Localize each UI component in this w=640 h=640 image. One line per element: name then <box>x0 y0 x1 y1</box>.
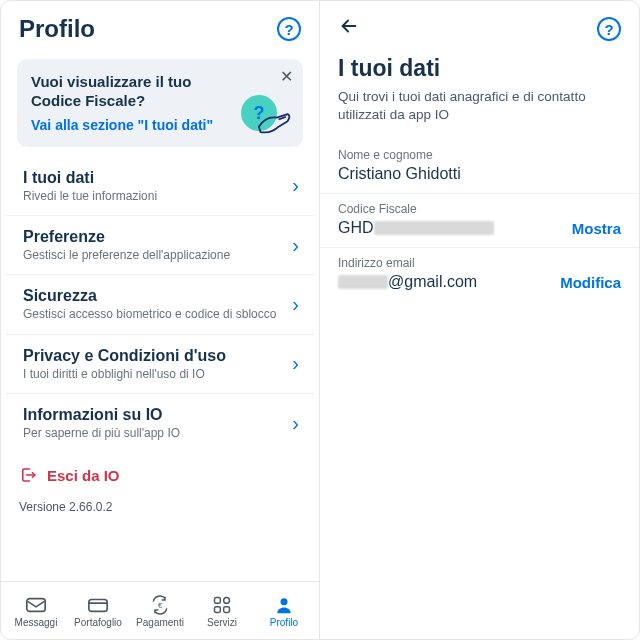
mail-icon <box>25 595 47 615</box>
payments-icon: € <box>149 595 171 615</box>
tab-bar: Messaggi Portafoglio € Pagamenti Servizi <box>1 581 319 639</box>
tab-label: Pagamenti <box>136 617 184 628</box>
svg-point-7 <box>281 598 288 605</box>
chevron-right-icon: › <box>292 234 299 257</box>
chevron-right-icon: › <box>292 412 299 435</box>
svg-rect-3 <box>215 598 221 604</box>
profile-screen: Profilo ? ✕ Vuoi visualizzare il tuo Cod… <box>1 1 320 639</box>
right-header: ? <box>320 1 639 49</box>
services-icon <box>211 595 233 615</box>
row-sub: Per saperne di più sull'app IO <box>23 426 284 440</box>
row-title: Sicurezza <box>23 287 284 305</box>
field-email: Indirizzo email @gmail.com Modifica <box>320 248 639 301</box>
wallet-icon <box>87 595 109 615</box>
page-title: Profilo <box>19 15 95 43</box>
row-title: Informazioni su IO <box>23 406 284 424</box>
row-sub: Gestisci accesso biometrico e codice di … <box>23 307 284 321</box>
tab-services[interactable]: Servizi <box>191 588 253 635</box>
left-header: Profilo ? <box>1 1 319 53</box>
svg-rect-4 <box>224 607 230 613</box>
row-your-data[interactable]: I tuoi dati Rivedi le tue informazioni › <box>5 157 315 216</box>
redacted <box>374 221 494 235</box>
svg-text:€: € <box>158 601 163 610</box>
help-icon[interactable]: ? <box>597 17 621 41</box>
row-about[interactable]: Informazioni su IO Per saperne di più su… <box>5 394 315 452</box>
field-name: Nome e cognome Cristiano Ghidotti <box>320 140 639 194</box>
tab-label: Portafoglio <box>74 617 122 628</box>
field-value: GHD <box>338 219 562 237</box>
chevron-right-icon: › <box>292 174 299 197</box>
tab-label: Profilo <box>270 617 298 628</box>
banner-illustration: ? <box>239 89 295 145</box>
profile-icon <box>273 595 295 615</box>
your-data-screen: ? I tuoi dati Qui trovi i tuoi dati anag… <box>320 1 639 639</box>
row-title: Preferenze <box>23 228 284 246</box>
cf-banner[interactable]: ✕ Vuoi visualizzare il tuo Codice Fiscal… <box>17 59 303 147</box>
page-title: I tuoi dati <box>320 49 639 86</box>
version-text: Versione 2.66.0.2 <box>1 492 319 520</box>
field-label: Codice Fiscale <box>338 202 562 216</box>
close-icon[interactable]: ✕ <box>280 67 293 86</box>
row-sub: Gestisci le preferenze dell'applicazione <box>23 248 284 262</box>
row-preferences[interactable]: Preferenze Gestisci le preferenze dell'a… <box>5 216 315 275</box>
row-sub: I tuoi diritti e obblighi nell'uso di IO <box>23 367 284 381</box>
logout-label: Esci da IO <box>47 467 120 484</box>
tab-messages[interactable]: Messaggi <box>5 588 67 635</box>
row-title: Privacy e Condizioni d'uso <box>23 347 284 365</box>
row-security[interactable]: Sicurezza Gestisci accesso biometrico e … <box>5 275 315 334</box>
back-icon[interactable] <box>338 15 360 43</box>
profile-list: I tuoi dati Rivedi le tue informazioni ›… <box>1 157 319 453</box>
tab-wallet[interactable]: Portafoglio <box>67 588 129 635</box>
tab-profile[interactable]: Profilo <box>253 588 315 635</box>
chevron-right-icon: › <box>292 352 299 375</box>
redacted <box>338 275 388 289</box>
tab-payments[interactable]: € Pagamenti <box>129 588 191 635</box>
show-button[interactable]: Mostra <box>572 220 621 237</box>
field-value: @gmail.com <box>338 273 550 291</box>
svg-point-6 <box>224 598 230 604</box>
field-label: Indirizzo email <box>338 256 550 270</box>
edit-button[interactable]: Modifica <box>560 274 621 291</box>
field-label: Nome e cognome <box>338 148 621 162</box>
svg-rect-1 <box>89 600 107 612</box>
row-sub: Rivedi le tue informazioni <box>23 189 284 203</box>
row-title: I tuoi dati <box>23 169 284 187</box>
field-value: Cristiano Ghidotti <box>338 165 621 183</box>
help-icon[interactable]: ? <box>277 17 301 41</box>
page-description: Qui trovi i tuoi dati anagrafici e di co… <box>320 86 639 140</box>
logout-button[interactable]: Esci da IO <box>1 452 319 492</box>
field-cf: Codice Fiscale GHD Mostra <box>320 194 639 248</box>
svg-rect-5 <box>215 607 221 613</box>
logout-icon <box>19 466 37 484</box>
row-privacy[interactable]: Privacy e Condizioni d'uso I tuoi diritt… <box>5 335 315 394</box>
chevron-right-icon: › <box>292 293 299 316</box>
tab-label: Servizi <box>207 617 237 628</box>
svg-rect-0 <box>27 599 45 612</box>
tab-label: Messaggi <box>15 617 58 628</box>
